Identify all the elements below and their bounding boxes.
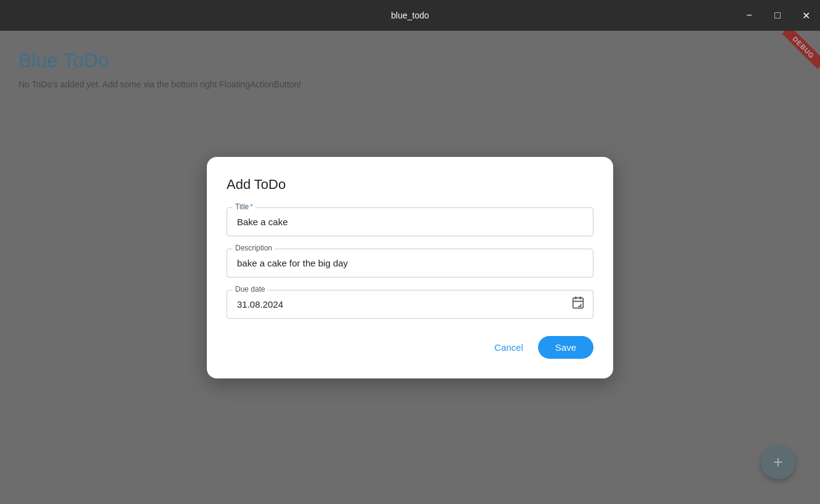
description-field-wrapper: Description	[227, 249, 593, 278]
window-controls: − □ ✕	[735, 0, 820, 31]
title-input[interactable]	[227, 207, 593, 236]
date-field-container	[227, 290, 593, 319]
dialog-title: Add ToDo	[227, 177, 593, 193]
app-area: DEBUG Blue ToDo No ToDo's added yet. Add…	[0, 31, 820, 504]
due-date-label: Due date	[233, 285, 268, 294]
title-required-marker: *	[250, 202, 253, 211]
description-label: Description	[233, 244, 275, 252]
add-todo-dialog: Add ToDo Title* Description Due date	[207, 157, 613, 378]
dialog-actions: Cancel Save	[227, 336, 593, 359]
close-button[interactable]: ✕	[792, 0, 820, 31]
window-title: blue_todo	[391, 10, 429, 20]
title-field-wrapper: Title*	[227, 207, 593, 236]
minimize-button[interactable]: −	[735, 0, 763, 31]
cancel-button[interactable]: Cancel	[484, 337, 533, 358]
title-label: Title*	[233, 202, 255, 211]
description-input[interactable]	[227, 249, 593, 278]
title-bar: blue_todo − □ ✕	[0, 0, 820, 31]
maximize-button[interactable]: □	[763, 0, 792, 31]
due-date-input[interactable]	[227, 290, 593, 319]
due-date-field-wrapper: Due date	[227, 290, 593, 319]
modal-backdrop: Add ToDo Title* Description Due date	[0, 31, 820, 504]
save-button[interactable]: Save	[538, 336, 593, 359]
